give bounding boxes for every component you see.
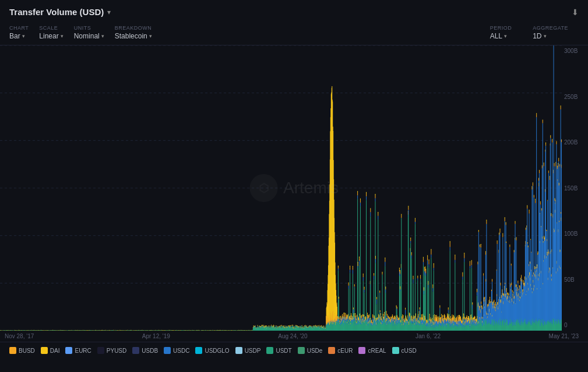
chart-control: CHART Bar ▾ [9,25,29,40]
legend-item-usdglo[interactable]: USDGLO [195,347,229,354]
aggregate-control: AGGREGATE 1D ▾ [533,25,568,40]
legend-item-usdt[interactable]: USDT [266,347,291,354]
legend-item-usdp[interactable]: USDP [235,347,261,354]
units-chevron-icon: ▾ [101,33,104,39]
chart-value[interactable]: Bar ▾ [9,32,29,40]
legend-item-eurc[interactable]: EURC [65,347,91,354]
chart-title: Transfer Volume (USD) [9,7,104,17]
scale-label: SCALE [39,25,63,31]
legend-item-dai[interactable]: DAI [41,347,60,354]
y-label-150b: 150B [564,185,586,192]
scale-chevron-icon: ▾ [61,33,64,39]
y-label-100b: 100B [564,231,586,237]
legend-item-usdb[interactable]: USDB [132,347,158,354]
x-label-5: May 21, '23 [549,333,579,339]
y-axis: 300B 250B 200B 150B 100B 50B 0 [562,45,588,331]
y-label-50b: 50B [564,277,586,283]
period-control: PERIOD ALL ▾ [490,25,512,40]
y-label-250b: 250B [564,94,586,100]
chart-area: ⬡ Artemis 300B 250B 200B 150B 100B 50B 0 [0,45,588,331]
y-label-300b: 300B [564,48,586,54]
scale-control: SCALE Linear ▾ [39,25,63,40]
chart-label: CHART [9,25,29,31]
legend-item-pyusd[interactable]: PYUSD [97,347,126,354]
title-chevron-icon[interactable]: ▾ [107,8,111,16]
x-axis: Nov 28, '17 Apr 12, '19 Aug 24, '20 Jan … [0,331,588,342]
x-label-2: Apr 12, '19 [142,333,170,339]
title-area: Transfer Volume (USD) ▾ [9,7,111,17]
scale-value[interactable]: Linear ▾ [39,32,63,40]
period-chevron-icon: ▾ [504,33,507,39]
legend-item-creal[interactable]: cREAL [358,347,386,354]
legend-item-cusd[interactable]: cUSD [392,347,417,354]
x-label-3: Aug 24, '20 [278,333,307,339]
breakdown-label: BREAKDOWN [115,25,152,31]
legend-item-busd[interactable]: BUSD [9,347,35,354]
chart-chevron-icon: ▾ [22,33,25,39]
chart-canvas[interactable] [0,45,562,331]
aggregate-chevron-icon: ▾ [544,33,547,39]
period-value[interactable]: ALL ▾ [490,32,512,40]
legend-item-usde[interactable]: USDe [298,347,323,354]
breakdown-chevron-icon: ▾ [149,33,152,39]
y-label-200b: 200B [564,139,586,146]
aggregate-label: AGGREGATE [533,25,568,31]
period-label: PERIOD [490,25,512,31]
legend-item-ceur[interactable]: cEUR [328,347,353,354]
download-icon[interactable]: ⬇ [572,8,579,17]
controls-bar: CHART Bar ▾ SCALE Linear ▾ UNITS Nominal… [0,22,588,45]
units-label: UNITS [74,25,104,31]
units-value[interactable]: Nominal ▾ [74,32,104,40]
breakdown-value[interactable]: Stablecoin ▾ [115,32,152,40]
app-container: Transfer Volume (USD) ▾ ⬇ CHART Bar ▾ SC… [0,0,588,359]
x-label-4: Jan 6, '22 [416,333,441,339]
legend-item-usdc[interactable]: USDC [164,347,189,354]
breakdown-control: BREAKDOWN Stablecoin ▾ [115,25,152,40]
legend: BUSDDAIEURCPYUSDUSDBUSDCUSDGLOUSDPUSDTUS… [0,342,588,359]
x-label-1: Nov 28, '17 [5,333,34,339]
aggregate-value[interactable]: 1D ▾ [533,32,568,40]
header: Transfer Volume (USD) ▾ ⬇ [0,0,588,22]
y-label-0: 0 [564,322,586,328]
units-control: UNITS Nominal ▾ [74,25,104,40]
right-controls: PERIOD ALL ▾ AGGREGATE 1D ▾ [490,25,579,40]
